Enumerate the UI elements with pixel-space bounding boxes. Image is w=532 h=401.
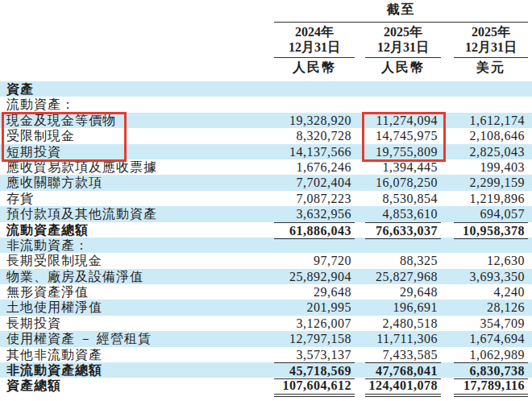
row-label: 長期投資: [0, 316, 274, 331]
table-row: 流動資產總額 61,886,043 76,633,037 10,958,378: [0, 222, 532, 238]
row-label: 資產: [0, 81, 274, 97]
row-value-2024-rmb: 45,718,569: [274, 362, 355, 379]
table-row: 物業、廠房及設備淨值 25,892,904 25,827,968 3,693,3…: [0, 269, 532, 284]
row-label: 存貨: [0, 191, 274, 206]
row-value-2025-usd: 3,693,350: [454, 269, 528, 284]
row-label: 長期受限制現金: [0, 253, 274, 268]
row-value-2024-rmb: 3,126,007: [274, 316, 355, 331]
column-header-year-2024: 2024年: [274, 23, 355, 41]
table-row: 存貨 7,087,223 8,530,854 1,219,896: [0, 191, 532, 206]
row-value-2024-rmb: [274, 238, 355, 253]
row-label: 無形資產淨值: [0, 284, 274, 300]
table-row: 土地使用權淨值 201,995 196,691 28,126: [0, 300, 532, 315]
row-value-2025-usd: 694,057: [454, 206, 528, 221]
row-value-2024-rmb: 201,995: [274, 300, 355, 315]
row-value-2025-usd: 4,240: [454, 284, 528, 300]
table-header-year-row: 2024年 2025年 2025年: [0, 23, 532, 39]
row-value-2025-rmb: 8,530,854: [365, 191, 441, 206]
row-value-2025-rmb: 76,633,037: [365, 222, 441, 239]
row-value-2025-rmb: 16,078,250: [365, 175, 441, 190]
row-value-2025-usd: 354,709: [454, 316, 528, 331]
table-row: 無形資產淨值 29,648 29,648 4,240: [0, 284, 532, 300]
column-header-date-2025-usd: 12月31日: [454, 39, 528, 58]
column-header-date-2024: 12月31日: [274, 39, 355, 58]
table-row: 預付款項及其他流動資產 3,632,956 4,853,610 694,057: [0, 206, 532, 221]
table-row: 流動資產：: [0, 97, 532, 112]
row-value-2025-rmb: 4,853,610: [365, 206, 441, 221]
row-value-2024-rmb: [274, 81, 355, 97]
row-value-2024-rmb: 25,892,904: [274, 269, 355, 284]
row-value-2025-usd: 1,062,989: [454, 347, 528, 362]
row-value-2025-rmb: 7,433,585: [365, 347, 441, 362]
row-label: 非流動資產總額: [0, 362, 274, 379]
row-value-2025-usd: [454, 97, 528, 112]
row-value-2024-rmb: 7,087,223: [274, 191, 355, 206]
row-value-2025-usd: 1,219,896: [454, 191, 528, 206]
row-value-2024-rmb: 12,797,158: [274, 331, 355, 346]
row-value-2025-rmb: [365, 97, 441, 112]
row-value-2025-usd: 28,126: [454, 300, 528, 315]
row-label: 流動資產總額: [0, 222, 274, 239]
row-value-2024-rmb: [274, 97, 355, 112]
row-value-2025-rmb: 47,768,041: [365, 362, 441, 379]
column-header-currency-rmb-2025: 人民幣: [365, 58, 441, 77]
row-label: 流動資產：: [0, 97, 274, 112]
table-header-date-row: 12月31日 12月31日 12月31日: [0, 39, 532, 58]
row-value-2025-rmb: 88,325: [365, 253, 441, 268]
row-value-2024-rmb: 107,604,612: [274, 378, 355, 396]
row-label: 使用權資產 － 經營租賃: [0, 331, 274, 346]
row-value-2025-usd: 6,830,738: [454, 362, 528, 379]
column-header-year-2025-rmb: 2025年: [365, 23, 441, 41]
row-value-2025-usd: [454, 238, 528, 253]
row-value-2024-rmb: 1,676,246: [274, 159, 355, 175]
row-value-2025-rmb: [365, 238, 441, 253]
table-row: 非流動資產：: [0, 238, 532, 253]
row-value-2024-rmb: 14,137,566: [274, 144, 355, 159]
row-value-2025-usd: 2,108,646: [454, 128, 528, 143]
row-label: 物業、廠房及設備淨值: [0, 269, 274, 284]
row-value-2025-rmb: 2,480,518: [365, 316, 441, 331]
row-value-2025-usd: 1,612,174: [454, 113, 528, 128]
row-value-2024-rmb: 7,702,404: [274, 175, 355, 190]
table-row: 長期受限制現金 97,720 88,325 12,630: [0, 253, 532, 268]
row-value-2025-usd: 10,958,378: [454, 222, 528, 239]
row-value-2024-rmb: 61,886,043: [274, 222, 355, 239]
row-label: 非流動資產：: [0, 238, 274, 253]
row-value-2025-rmb: 25,827,968: [365, 269, 441, 284]
row-value-2024-rmb: 19,328,920: [274, 113, 355, 128]
row-label: 預付款項及其他流動資產: [0, 206, 274, 221]
column-header-currency-usd-2025: 美元: [454, 58, 528, 77]
table-header-currency-row: 人民幣 人民幣 美元: [0, 58, 532, 77]
table-row: 資產: [0, 81, 532, 97]
row-value-2024-rmb: 3,632,956: [274, 206, 355, 221]
row-label: 應收關聯方款項: [0, 175, 274, 190]
row-value-2025-usd: [454, 81, 528, 97]
row-value-2024-rmb: 3,573,137: [274, 347, 355, 362]
column-header-currency-rmb-2024: 人民幣: [274, 58, 355, 77]
row-value-2024-rmb: 29,648: [274, 284, 355, 300]
row-label: 土地使用權淨值: [0, 300, 274, 315]
table-row: 長期投資 3,126,007 2,480,518 354,709: [0, 316, 532, 331]
table-row: 其他非流動資產 3,573,137 7,433,585 1,062,989: [0, 347, 532, 362]
row-value-2025-usd: 12,630: [454, 253, 528, 268]
highlight-box-current-asset-labels: [2, 112, 127, 162]
row-value-2025-usd: 199,403: [454, 159, 528, 175]
row-value-2025-usd: 2,825,043: [454, 144, 528, 159]
highlight-box-2025-rmb-values: [362, 112, 446, 162]
table-header-caption-row: 截至: [0, 0, 532, 23]
row-label: 其他非流動資產: [0, 347, 274, 362]
row-value-2024-rmb: 97,720: [274, 253, 355, 268]
table-row: 使用權資產 － 經營租賃 12,797,158 11,711,306 1,674…: [0, 331, 532, 346]
row-value-2025-rmb: 29,648: [365, 284, 441, 300]
table-row: 非流動資產總額 45,718,569 47,768,041 6,830,738: [0, 362, 532, 378]
row-value-2025-usd: 17,789,116: [454, 378, 528, 396]
financial-statement-page: 截至 2024年 2025年 2025年 12月31日 12月31日 12月31…: [0, 0, 532, 401]
table-row: 資產總額 107,604,612 124,401,078 17,789,116: [0, 378, 532, 393]
header-caption: 截至: [274, 0, 528, 23]
table-row: 應收關聯方款項 7,702,404 16,078,250 2,299,159: [0, 175, 532, 190]
row-value-2024-rmb: 8,320,728: [274, 128, 355, 143]
row-value-2025-rmb: [365, 81, 441, 97]
row-label: 資產總額: [0, 378, 274, 396]
column-header-year-2025-usd: 2025年: [454, 23, 528, 41]
row-value-2025-rmb: 11,711,306: [365, 331, 441, 346]
